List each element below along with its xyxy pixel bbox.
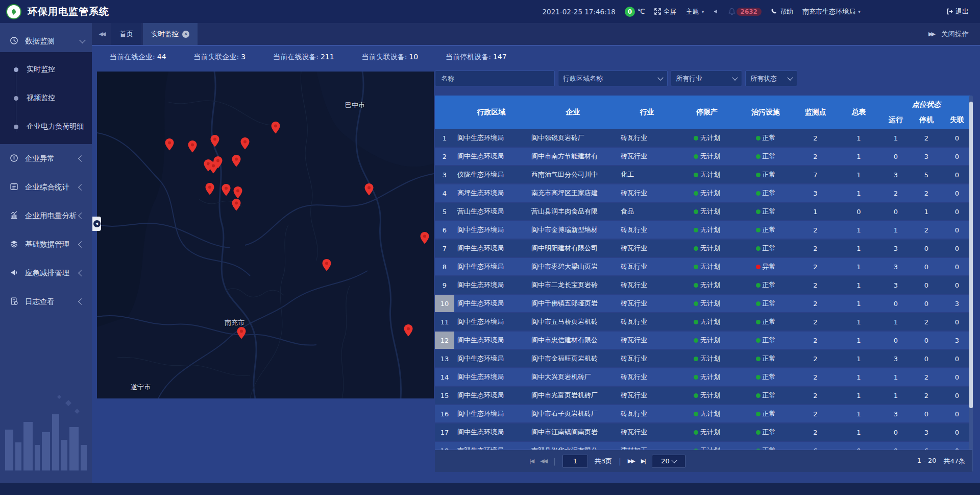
name-filter-field[interactable] <box>435 70 555 86</box>
fullscreen-button[interactable]: 全屏 <box>654 7 677 16</box>
map-pin[interactable] <box>233 186 242 199</box>
table-row[interactable]: 7阆中生态环境局阆中明阳建材有限公司砖瓦行业无计划正常21300 <box>435 240 972 257</box>
next-page-icon[interactable]: ▶▶ <box>628 458 634 464</box>
column-region: 行政区域 <box>454 96 528 129</box>
scrollbar-thumb[interactable] <box>969 102 973 408</box>
sidebar-menu-item[interactable]: 企业异常 <box>0 144 92 173</box>
tab-realtime-monitor[interactable]: 实时监控 ✕ <box>143 23 198 45</box>
cell-offline: 0 <box>942 129 972 147</box>
sidebar-menu-item[interactable]: 企业用电量分析 <box>0 201 92 230</box>
first-page-icon[interactable]: |◀ <box>529 458 533 464</box>
page-size-select[interactable]: 20 <box>652 455 685 468</box>
sidebar-submenu-item[interactable]: 企业电力负荷明细 <box>0 112 92 141</box>
region-filter-select[interactable]: 行政区域名称 <box>558 70 668 86</box>
table-row[interactable]: 17阆中生态环境局阆中市江南镇阆南页岩砖瓦行业无计划正常21030 <box>435 423 972 441</box>
map-panel[interactable]: 巴中市南充市遂宁市 <box>97 72 434 398</box>
name-filter-input[interactable] <box>440 74 550 83</box>
cell-pollution-facility: 正常 <box>738 203 794 220</box>
map-pin[interactable] <box>240 137 250 150</box>
map-pin[interactable] <box>237 327 246 339</box>
mute-button[interactable] <box>714 9 719 14</box>
tabs-scroll-right-icon[interactable]: ▶▶ <box>928 31 934 37</box>
cell-pollution-facility: 正常 <box>738 240 794 257</box>
cell-monitor-points: 2 <box>794 405 837 422</box>
cell-monitor-points: 3 <box>794 184 837 202</box>
page-number-input[interactable]: 1 <box>562 455 588 468</box>
cell-production-limit: 无计划 <box>676 423 738 441</box>
column-offline: 失联 <box>942 111 972 129</box>
cell-master-meter: 1 <box>837 221 880 239</box>
sidebar-menu-item[interactable]: 数据监测 <box>0 30 92 52</box>
prev-page-icon[interactable]: ◀◀ <box>540 458 547 464</box>
close-tab-icon[interactable]: ✕ <box>182 31 189 38</box>
record-total-label: 共47条 <box>943 457 965 466</box>
map-pin[interactable] <box>404 324 413 337</box>
map-pin[interactable] <box>364 183 374 196</box>
map-pin[interactable] <box>205 183 214 195</box>
sidebar-collapse-button[interactable]: ◀ <box>92 217 101 231</box>
map-pin[interactable] <box>222 184 231 196</box>
table-row[interactable]: 12阆中生态环境局阆中市忠信建材有限公砖瓦行业无计划正常21003 <box>435 332 972 349</box>
table-row[interactable]: 3仪陇生态环境局西南油气田分公司川中化工无计划正常71350 <box>435 166 972 183</box>
tab-home[interactable]: 首页 <box>111 23 141 45</box>
table-row[interactable]: 6阆中生态环境局阆中市金博瑞新型墙材砖瓦行业无计划正常21120 <box>435 221 972 239</box>
table-row[interactable]: 18南部生态环境局南部县兴华水泥有限公建材加工无计划正常60060 <box>435 442 972 450</box>
datetime: 2021-02-25 17:46:18 <box>543 8 616 16</box>
map-pin[interactable] <box>210 135 219 147</box>
table-row[interactable]: 13阆中生态环境局阆中市金福旺页岩机砖砖瓦行业无计划正常21300 <box>435 350 972 367</box>
sidebar-menu-item[interactable]: 日志查看 <box>0 287 92 316</box>
cell-company: 西南油气田分公司川中 <box>528 166 618 183</box>
org-dropdown[interactable]: 南充市生态环境局▾ <box>802 7 861 16</box>
sidebar-spacer <box>0 23 92 30</box>
map-pin[interactable] <box>232 155 241 167</box>
sidebar-item-label: 数据监测 <box>25 36 80 46</box>
footer-strip <box>0 483 980 495</box>
sidebar-menu-item[interactable]: 企业综合统计 <box>0 173 92 201</box>
sidebar-menu-item[interactable]: 应急减排管理 <box>0 258 92 287</box>
map-pin[interactable] <box>188 140 197 153</box>
map-pin[interactable] <box>322 259 331 271</box>
cell-region: 阆中生态环境局 <box>454 405 528 422</box>
status-filter-select[interactable]: 所有状态 <box>745 70 797 86</box>
cell-offline: 0 <box>942 203 972 220</box>
table-row[interactable]: 14阆中生态环境局阆中大兴页岩机砖厂砖瓦行业无计划正常21120 <box>435 368 972 386</box>
map-pin[interactable] <box>213 156 223 169</box>
tabs-scroll-left-icon[interactable]: ◀◀ <box>92 23 111 45</box>
cell-production-limit: 无计划 <box>676 129 738 147</box>
table-row[interactable]: 1阆中生态环境局阆中强锐页岩砖厂砖瓦行业无计划正常21120 <box>435 129 972 147</box>
table-row[interactable]: 9阆中生态环境局阆中市二龙长宝页岩砖砖瓦行业无计划正常21300 <box>435 276 972 294</box>
row-index: 1 <box>435 129 454 147</box>
map-pin[interactable] <box>165 138 174 151</box>
status-dot-icon <box>694 357 698 361</box>
table-row[interactable]: 10阆中生态环境局阆中千佛镇五郎垭页岩砖瓦行业无计划正常21003 <box>435 295 972 312</box>
sidebar-submenu-item[interactable]: 实时监控 <box>0 55 92 84</box>
theme-dropdown[interactable]: 主题▾ <box>686 7 704 16</box>
stat-item: 当前失联企业:3 <box>194 53 246 62</box>
table-row[interactable]: 8阆中生态环境局阆中市枣碧大梁山页岩砖瓦行业无计划异常21300 <box>435 258 972 275</box>
bullet-icon <box>14 125 18 129</box>
table-row[interactable]: 16阆中生态环境局阆中市石子页岩机砖厂砖瓦行业无计划正常21300 <box>435 405 972 422</box>
last-page-icon[interactable]: ▶| <box>641 458 645 464</box>
monitor-icon <box>10 36 19 45</box>
sidebar-menu-item[interactable]: 基础数据管理 <box>0 230 92 258</box>
table-row[interactable]: 4高坪生态环境局南充市高坪区王家店建砖瓦行业无计划正常31220 <box>435 184 972 202</box>
help-button[interactable]: 帮助 <box>771 7 793 16</box>
cell-pollution-facility: 正常 <box>738 276 794 294</box>
map-pin[interactable] <box>232 199 241 211</box>
table-row[interactable]: 5营山生态环境局营山县润丰肉食品有限食品无计划正常10010 <box>435 203 972 220</box>
table-row[interactable]: 11阆中生态环境局阆中市五马桥页岩机砖砖瓦行业无计划正常21120 <box>435 313 972 331</box>
map-pin[interactable] <box>271 122 280 134</box>
close-operations-button[interactable]: 关闭操作 <box>941 30 969 39</box>
cell-master-meter: 1 <box>837 184 880 202</box>
status-dot-icon <box>756 191 761 196</box>
cell-offline: 0 <box>942 313 972 331</box>
cell-industry: 砖瓦行业 <box>618 350 676 367</box>
sidebar-submenu-item[interactable]: 视频监控 <box>0 84 92 112</box>
table-row[interactable]: 2阆中生态环境局阆中市南方节能建材有砖瓦行业无计划正常21030 <box>435 148 972 165</box>
notifications-button[interactable]: 2632 <box>728 8 762 16</box>
industry-filter-select[interactable]: 所有行业 <box>671 70 742 86</box>
table-row[interactable]: 15阆中生态环境局阆中市光富页岩机砖厂砖瓦行业无计划正常21120 <box>435 387 972 404</box>
cell-master-meter: 1 <box>837 423 880 441</box>
logout-button[interactable]: 退出 <box>946 7 969 16</box>
map-pin[interactable] <box>420 232 429 244</box>
